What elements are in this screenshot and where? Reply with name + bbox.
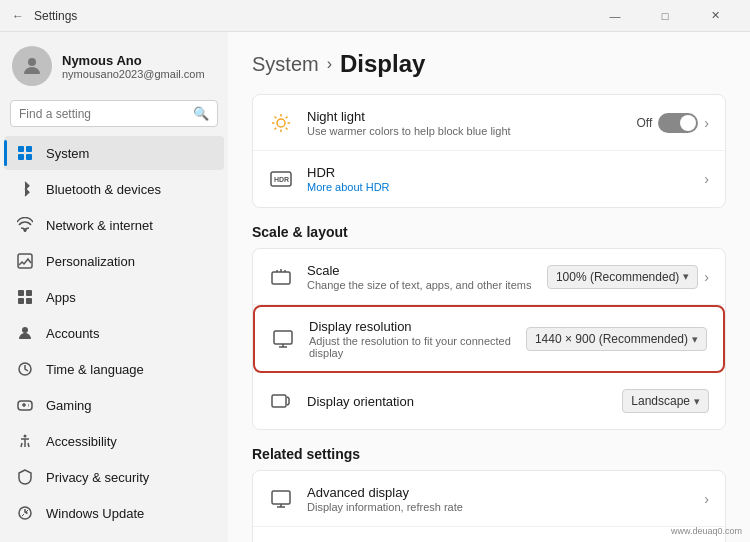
svg-text:HDR: HDR: [274, 176, 289, 183]
display-resolution-dropdown[interactable]: 1440 × 900 (Recommended) ▾: [526, 327, 707, 351]
scale-layout-header: Scale & layout: [252, 224, 726, 240]
advanced-display-icon: [269, 487, 293, 511]
nav-label-privacy: Privacy & security: [46, 470, 149, 485]
svg-line-23: [286, 116, 288, 118]
nav-label-personalization: Personalization: [46, 254, 135, 269]
night-light-control: Off ›: [637, 113, 709, 133]
svg-point-15: [19, 507, 31, 519]
svg-rect-3: [18, 154, 24, 160]
personalization-icon: [16, 252, 34, 270]
accounts-icon: [16, 324, 34, 342]
scale-layout-card: Scale Change the size of text, apps, and…: [252, 248, 726, 430]
minimize-button[interactable]: —: [592, 0, 638, 32]
nav-accounts[interactable]: Accounts: [4, 316, 224, 350]
scale-text: Scale Change the size of text, apps, and…: [307, 263, 533, 291]
user-email: nymousano2023@gmail.com: [62, 68, 205, 80]
nav-network[interactable]: Network & internet: [4, 208, 224, 242]
svg-rect-4: [26, 154, 32, 160]
maximize-button[interactable]: □: [642, 0, 688, 32]
display-orientation-row[interactable]: Display orientation Landscape ▾: [253, 373, 725, 429]
scale-icon: [269, 265, 293, 289]
related-settings-header: Related settings: [252, 446, 726, 462]
main-layout: Nymous Ano nymousano2023@gmail.com 🔍 Sys…: [0, 32, 750, 542]
toggle-knob: [680, 115, 696, 131]
hdr-icon: HDR: [269, 167, 293, 191]
scale-desc: Change the size of text, apps, and other…: [307, 279, 533, 291]
display-resolution-icon: [271, 327, 295, 351]
svg-point-0: [28, 58, 36, 66]
svg-rect-1: [18, 146, 24, 152]
nav-privacy[interactable]: Privacy & security: [4, 460, 224, 494]
display-orientation-icon: [269, 389, 293, 413]
advanced-display-text: Advanced display Display information, re…: [307, 485, 690, 513]
nav-label-gaming: Gaming: [46, 398, 92, 413]
network-icon: [16, 216, 34, 234]
night-light-chevron: ›: [704, 115, 709, 131]
svg-rect-30: [272, 491, 290, 504]
system-icon: [16, 144, 34, 162]
nav-label-time: Time & language: [46, 362, 144, 377]
nav-label-accessibility: Accessibility: [46, 434, 117, 449]
back-button[interactable]: ←: [12, 9, 24, 23]
gaming-icon: [16, 396, 34, 414]
svg-rect-9: [18, 298, 24, 304]
nav-bluetooth[interactable]: Bluetooth & devices: [4, 172, 224, 206]
hdr-desc: More about HDR: [307, 181, 690, 193]
display-orientation-dropdown[interactable]: Landscape ▾: [622, 389, 709, 413]
advanced-display-control: ›: [704, 491, 709, 507]
privacy-icon: [16, 468, 34, 486]
nav-apps[interactable]: Apps: [4, 280, 224, 314]
display-orientation-text: Display orientation: [307, 394, 608, 409]
svg-rect-7: [18, 290, 24, 296]
windows-update-icon: [16, 504, 34, 522]
svg-rect-2: [26, 146, 32, 152]
display-resolution-control[interactable]: 1440 × 900 (Recommended) ▾: [526, 327, 707, 351]
advanced-display-row[interactable]: Advanced display Display information, re…: [253, 471, 725, 527]
nav-label-windows-update: Windows Update: [46, 506, 144, 521]
search-bar[interactable]: 🔍: [10, 100, 218, 127]
svg-point-5: [24, 229, 26, 231]
display-orientation-control[interactable]: Landscape ▾: [622, 389, 709, 413]
svg-line-22: [286, 127, 288, 129]
search-input[interactable]: [19, 107, 187, 121]
breadcrumb-parent: System: [252, 53, 319, 76]
nav-personalization[interactable]: Personalization: [4, 244, 224, 278]
advanced-display-desc: Display information, refresh rate: [307, 501, 690, 513]
nav-gaming[interactable]: Gaming: [4, 388, 224, 422]
apps-icon: [16, 288, 34, 306]
close-button[interactable]: ✕: [692, 0, 738, 32]
avatar: [12, 46, 52, 86]
search-icon: 🔍: [193, 106, 209, 121]
nav-label-network: Network & internet: [46, 218, 153, 233]
scale-dropdown[interactable]: 100% (Recommended) ▾: [547, 265, 698, 289]
nav-time[interactable]: Time & language: [4, 352, 224, 386]
scale-control[interactable]: 100% (Recommended) ▾ ›: [547, 265, 709, 289]
time-icon: [16, 360, 34, 378]
sidebar: Nymous Ano nymousano2023@gmail.com 🔍 Sys…: [0, 32, 228, 542]
night-light-icon: [269, 111, 293, 135]
graphics-row[interactable]: Graphics ›: [253, 527, 725, 542]
svg-line-24: [275, 127, 277, 129]
accessibility-icon: [16, 432, 34, 450]
nav-windows-update[interactable]: Windows Update: [4, 496, 224, 530]
display-resolution-value: 1440 × 900 (Recommended): [535, 332, 688, 346]
display-orientation-value: Landscape: [631, 394, 690, 408]
nav-system[interactable]: System: [4, 136, 224, 170]
advanced-display-title: Advanced display: [307, 485, 690, 500]
display-resolution-text: Display resolution Adjust the resolution…: [309, 319, 512, 359]
scale-row[interactable]: Scale Change the size of text, apps, and…: [253, 249, 725, 305]
nav-accessibility[interactable]: Accessibility: [4, 424, 224, 458]
titlebar: ← Settings — □ ✕: [0, 0, 750, 32]
hdr-link[interactable]: More about HDR: [307, 181, 390, 193]
display-resolution-row[interactable]: Display resolution Adjust the resolution…: [253, 305, 725, 373]
hdr-row[interactable]: HDR HDR More about HDR ›: [253, 151, 725, 207]
svg-rect-28: [274, 331, 292, 344]
breadcrumb-page: Display: [340, 50, 425, 78]
night-light-row[interactable]: Night light Use warmer colors to help bl…: [253, 95, 725, 151]
night-light-toggle[interactable]: [658, 113, 698, 133]
night-light-desc: Use warmer colors to help block blue lig…: [307, 125, 623, 137]
content-area: System › Display: [228, 32, 750, 542]
user-profile[interactable]: Nymous Ano nymousano2023@gmail.com: [0, 32, 228, 96]
scale-chevron: ›: [704, 269, 709, 285]
svg-rect-8: [26, 290, 32, 296]
